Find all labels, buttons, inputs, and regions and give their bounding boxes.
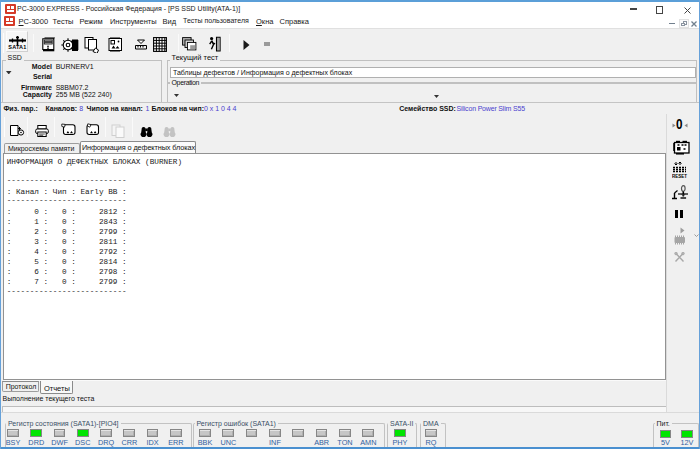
svg-text:RESET: RESET xyxy=(672,174,687,179)
